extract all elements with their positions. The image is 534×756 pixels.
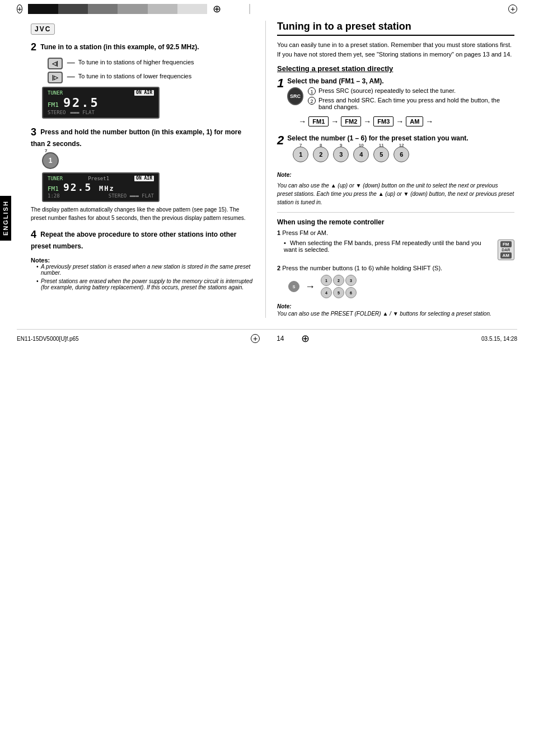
caption-higher: — To tune in to stations of higher frequ… — [67, 59, 194, 67]
step4-section: 4 Repeat the above procedure to store ot… — [31, 228, 254, 251]
color-block-6 — [177, 4, 207, 14]
arrow-3: → — [396, 117, 404, 126]
display2-stereo: STEREO ▬▬▬ FLAT — [109, 193, 154, 199]
tuner-display-step2: TUNER ON AIR FM1 92.5 STEREO ▬▬▬ FLAT — [42, 87, 254, 119]
display-flat: ▬▬▬ FLAT — [71, 110, 95, 115]
step2-text: Tune in to a station (in this example, o… — [40, 43, 199, 51]
sub-step-2-num: 2 — [308, 97, 316, 105]
notes-section: Notes: A previously preset station is er… — [31, 257, 254, 290]
fm-band-row: → FM1 → FM2 → FM3 → AM → — [298, 116, 514, 126]
shift-num-3: 3 — [345, 275, 357, 286]
arrow-1: → — [331, 117, 339, 126]
remote-bullet-text: • When selecting the FM bands, press FM … — [284, 240, 492, 253]
remote-note-label: Note: — [277, 303, 292, 309]
tune-btn-right: |▷ — [48, 72, 63, 83]
band-am: AM — [406, 116, 423, 126]
tuner-display-step3: TUNER Preset1 ON AIR FM1 92.5 MHz 1:28 S… — [42, 172, 254, 202]
top-registration-area: ⊕ — [17, 3, 517, 15]
preset-btn-3-sup: 9 — [340, 143, 342, 148]
band-fm3: FM3 — [373, 116, 394, 126]
step3-number: 3 — [31, 126, 36, 138]
display-tuner-label: TUNER — [48, 90, 63, 96]
step4-heading: 4 Repeat the above procedure to store ot… — [31, 228, 254, 251]
footer-reg-left — [251, 334, 260, 343]
notes-list: A previously preset station is erased wh… — [31, 264, 254, 290]
remote-step1-text: Press FM or AM. — [282, 229, 328, 236]
step2-heading: 2 Tune in to a station (in this example,… — [31, 40, 254, 54]
color-block-5 — [148, 4, 177, 14]
button-1-icon: 7 1 — [42, 152, 59, 169]
subsection-title-1: Selecting a preset station directly — [277, 64, 514, 73]
number-buttons-group: 1 2 3 4 5 6 — [321, 275, 357, 298]
preset-buttons-row: 7 1 8 2 9 3 10 4 — [293, 147, 514, 162]
display-fm1-label: FM1 — [48, 101, 59, 109]
display2-fm1: FM1 — [48, 185, 59, 192]
fm-label: FM — [500, 241, 512, 247]
note-item-2: Preset stations are erased when the powe… — [36, 278, 254, 290]
shift-btn-s: S — [288, 281, 299, 292]
right-column: Tuning in to a preset station You can ea… — [266, 21, 514, 318]
right-step1-heading: Select the band (FM1 – 3, AM). — [287, 77, 514, 85]
remote-note: Note: You can also use the PRESET (FOLDE… — [277, 303, 514, 318]
shift-arrow: → — [305, 281, 315, 293]
sub-step-1-num: 1 — [308, 87, 316, 95]
intro-text: You can easily tune in to a preset stati… — [277, 40, 514, 59]
left-column: JVC 2 Tune in to a station (in this exam… — [31, 21, 266, 318]
preset-btn-6-sup: 12 — [399, 143, 404, 148]
display-stereo: STEREO — [48, 110, 66, 115]
sidebar-english-label: ENGLISH — [0, 196, 11, 241]
preset-btn-3: 9 3 — [333, 147, 349, 162]
footer-page-number: 14 — [277, 335, 284, 342]
color-block-r6 — [249, 4, 250, 14]
notes-title: Notes: — [31, 257, 254, 264]
note-block-1: Note: You can also use the ▲ (up) or ▼ (… — [277, 171, 514, 206]
section-divider — [277, 212, 514, 213]
right-step1-content: Select the band (FM1 – 3, AM). SRC 1 Pre… — [287, 77, 514, 131]
shift-num-6: 6 — [345, 287, 357, 298]
remote-step2-text: Press the number buttons (1 to 6) while … — [282, 265, 442, 271]
preset-btn-1: 7 1 — [293, 147, 308, 162]
footer-left: EN11-15DV5000[U]f.p65 — [17, 336, 79, 342]
src-button-icon: SRC — [287, 87, 303, 105]
shift-diagram: S → 1 2 3 4 5 6 — [288, 275, 514, 298]
display2-time: 1:28 — [48, 193, 60, 199]
reg-mark-right — [508, 4, 517, 13]
color-block-3 — [88, 4, 118, 14]
logo-area: JVC — [31, 24, 254, 35]
preset-btn-4: 10 4 — [353, 147, 369, 162]
sub-step-2: 2 Press and hold SRC. Each time you pres… — [308, 97, 514, 110]
sub-step-1: 1 Press SRC (source) repeatedly to selec… — [308, 87, 514, 95]
step2-section: 2 Tune in to a station (in this example,… — [31, 40, 254, 119]
src-instructions: 1 Press SRC (source) repeatedly to selec… — [308, 87, 514, 112]
arrow-start: → — [298, 117, 306, 126]
preset-btn-2-sup: 8 — [320, 143, 322, 148]
display2-tuner-label: TUNER — [48, 176, 63, 181]
step4-text: Repeat the above procedure to store othe… — [31, 231, 236, 250]
remote-note-text: You can also use the PRESET (FOLDER) ▲ /… — [277, 309, 514, 318]
remote-step1-detail: • When selecting the FM bands, press FM … — [277, 240, 514, 260]
reg-mark-left — [17, 4, 22, 13]
shift-num-4: 4 — [321, 287, 332, 298]
remote-step1-num: 1 — [277, 229, 280, 236]
arrow-cycle: → — [425, 117, 433, 126]
note-text-1: You can also use the ▲ (up) or ▼ (down) … — [277, 181, 514, 206]
note-label-1: Note: — [277, 172, 292, 178]
step2-number: 2 — [31, 41, 36, 53]
dar-label: DAR — [502, 248, 510, 252]
color-bar-right — [249, 4, 250, 14]
logo-box: JVC — [31, 24, 55, 35]
color-bar-left — [28, 4, 207, 14]
page-footer: EN11-15DV5000[U]f.p65 14 ⊕ 03.5.15, 14:2… — [17, 329, 517, 345]
remote-step2: 2 Press the number buttons (1 to 6) whil… — [277, 265, 514, 271]
shift-num-1: 1 — [321, 275, 332, 286]
remote-title: When using the remote controller — [277, 218, 514, 226]
main-title: Tuning in to a preset station — [277, 21, 514, 36]
step3-caption: The display pattern automatically change… — [31, 205, 254, 222]
arrow-2: → — [363, 117, 371, 126]
preset-btn-5-sup: 11 — [379, 143, 384, 148]
remote-step1: 1 Press FM or AM. — [277, 229, 514, 236]
btn1-diagram: 7 1 — [42, 152, 254, 169]
shift-num-2: 2 — [333, 275, 344, 286]
right-step2-heading: Select the number (1 – 6) for the preset… — [287, 134, 514, 142]
crosshair-center: ⊕ — [213, 3, 221, 15]
